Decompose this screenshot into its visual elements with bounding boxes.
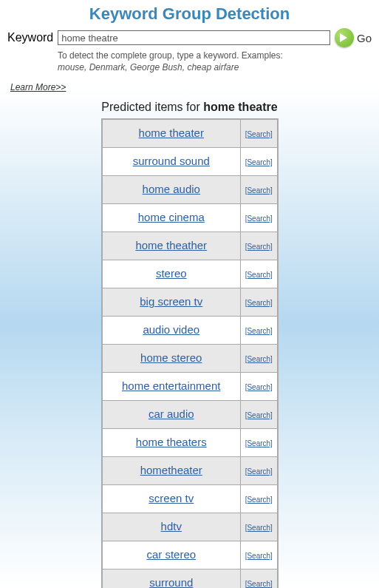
learn-more-link[interactable]: Learn More>> [10, 82, 66, 92]
search-cell: [Search] [241, 456, 278, 484]
search-cell: [Search] [241, 484, 278, 513]
go-button[interactable]: Go [357, 32, 372, 44]
result-item-link[interactable]: home theather [135, 239, 207, 251]
table-row: audio video[Search] [102, 316, 278, 344]
item-cell: car audio [102, 400, 241, 428]
search-link[interactable]: [Search] [245, 383, 273, 391]
item-cell: home theater [102, 119, 241, 147]
item-cell: home theaters [102, 428, 241, 456]
search-link[interactable]: [Search] [245, 439, 273, 447]
result-item-link[interactable]: hdtv [161, 520, 182, 533]
item-cell: big screen tv [102, 288, 241, 316]
table-row: screen tv[Search] [102, 484, 278, 513]
result-item-link[interactable]: home theater [139, 126, 204, 139]
search-link[interactable]: [Search] [245, 186, 273, 195]
hint-text: To detect the complete group, type a key… [58, 50, 379, 73]
item-cell: home cinema [102, 203, 241, 232]
search-link[interactable]: [Search] [245, 214, 273, 223]
item-cell: home stereo [102, 344, 241, 372]
search-link[interactable]: [Search] [245, 271, 273, 279]
item-cell: screen tv [102, 484, 241, 513]
table-row: home stereo[Search] [102, 344, 278, 372]
table-row: surround[Search] [102, 569, 278, 588]
table-row: home theather[Search] [102, 232, 278, 260]
search-row: Keyword Go [0, 27, 379, 50]
keyword-input[interactable] [58, 30, 330, 45]
item-cell: home theather [102, 232, 241, 260]
result-item-link[interactable]: stereo [156, 267, 187, 280]
table-row: home theater[Search] [102, 119, 278, 147]
result-item-link[interactable]: big screen tv [140, 295, 202, 308]
item-cell: audio video [102, 316, 241, 344]
table-row: stereo[Search] [102, 260, 278, 288]
result-item-link[interactable]: screen tv [148, 492, 194, 504]
search-cell: [Search] [241, 400, 278, 428]
results-title: Predicted items for home theatre [0, 101, 379, 114]
table-row: car stereo[Search] [102, 541, 278, 569]
search-link[interactable]: [Search] [245, 496, 273, 504]
result-item-link[interactable]: home stereo [140, 351, 202, 364]
search-cell: [Search] [241, 232, 278, 260]
result-item-link[interactable]: home entertainment [122, 379, 220, 392]
search-cell: [Search] [241, 175, 278, 203]
search-cell: [Search] [241, 513, 278, 541]
search-link[interactable]: [Search] [245, 158, 273, 166]
result-item-link[interactable]: home audio [143, 183, 200, 195]
search-link[interactable]: [Search] [245, 580, 273, 588]
search-link[interactable]: [Search] [245, 411, 273, 419]
result-item-link[interactable]: surround [149, 576, 193, 588]
result-item-link[interactable]: surround sound [133, 155, 210, 167]
table-row: surround sound[Search] [102, 147, 278, 175]
results-table: home theater[Search]surround sound[Searc… [101, 118, 279, 588]
table-row: home entertainment[Search] [102, 372, 278, 400]
table-row: car audio[Search] [102, 400, 278, 428]
search-cell: [Search] [241, 316, 278, 344]
search-link[interactable]: [Search] [245, 299, 273, 307]
item-cell: surround [102, 569, 241, 588]
result-item-link[interactable]: audio video [143, 323, 199, 336]
result-item-link[interactable]: hometheater [140, 464, 202, 476]
table-row: hdtv[Search] [102, 513, 278, 541]
results-query: home theatre [203, 101, 277, 113]
item-cell: surround sound [102, 147, 241, 175]
hint-line1: To detect the complete group, type a key… [58, 50, 283, 61]
search-cell: [Search] [241, 428, 278, 456]
result-item-link[interactable]: home theaters [136, 436, 207, 448]
search-link[interactable]: [Search] [245, 327, 273, 335]
result-item-link[interactable]: car stereo [146, 548, 196, 561]
search-link[interactable]: [Search] [245, 355, 273, 363]
search-cell: [Search] [241, 288, 278, 316]
item-cell: home entertainment [102, 372, 241, 400]
table-row: home cinema[Search] [102, 203, 278, 232]
hint-examples: mouse, Denmark, George Bush, cheap airfa… [58, 62, 239, 72]
search-link[interactable]: [Search] [245, 552, 273, 560]
search-link[interactable]: [Search] [245, 130, 273, 138]
keyword-label: Keyword [7, 31, 53, 44]
search-cell: [Search] [241, 569, 278, 588]
item-cell: stereo [102, 260, 241, 288]
go-arrow-icon[interactable] [335, 28, 354, 47]
table-row: home theaters[Search] [102, 428, 278, 456]
item-cell: hdtv [102, 513, 241, 541]
table-row: home audio[Search] [102, 175, 278, 203]
search-cell: [Search] [241, 119, 278, 147]
search-cell: [Search] [241, 541, 278, 569]
search-cell: [Search] [241, 147, 278, 175]
page-title: Keyword Group Detection [0, 0, 379, 27]
search-link[interactable]: [Search] [245, 467, 273, 476]
search-cell: [Search] [241, 203, 278, 232]
table-row: hometheater[Search] [102, 456, 278, 484]
search-cell: [Search] [241, 344, 278, 372]
search-link[interactable]: [Search] [245, 524, 273, 532]
results-prefix: Predicted items for [101, 101, 203, 113]
item-cell: car stereo [102, 541, 241, 569]
search-cell: [Search] [241, 372, 278, 400]
search-link[interactable]: [Search] [245, 243, 273, 251]
result-item-link[interactable]: car audio [148, 408, 194, 420]
table-row: big screen tv[Search] [102, 288, 278, 316]
search-cell: [Search] [241, 260, 278, 288]
item-cell: home audio [102, 175, 241, 203]
result-item-link[interactable]: home cinema [138, 211, 205, 223]
item-cell: hometheater [102, 456, 241, 484]
